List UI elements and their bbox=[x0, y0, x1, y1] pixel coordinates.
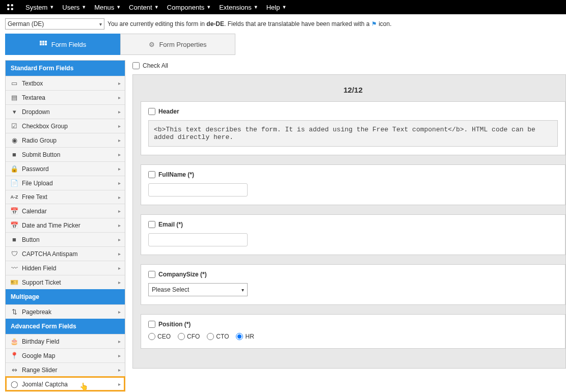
form-canvas: 12/12 Header <b>This text describes the … bbox=[132, 74, 566, 369]
chevron-right-icon: ▸ bbox=[118, 166, 121, 172]
joomla-logo-icon bbox=[5, 2, 15, 12]
menu-system[interactable]: System▼ bbox=[21, 4, 58, 11]
menu-users[interactable]: Users▼ bbox=[58, 4, 90, 11]
freetext-content: <b>This text describes the form. It is a… bbox=[148, 120, 558, 147]
sidebar-item-captcha[interactable]: 🛡CAPTCHA Antispam▸ bbox=[6, 246, 125, 261]
chevron-right-icon: ▸ bbox=[118, 339, 121, 344]
field-block-companysize[interactable]: CompanySize (*) Please Select ▾ bbox=[141, 264, 565, 305]
chevron-right-icon: ▸ bbox=[118, 123, 121, 129]
sidebar-item-birthday[interactable]: 🎂Birthday Field▸ bbox=[6, 334, 125, 348]
chevron-right-icon: ▸ bbox=[118, 180, 121, 186]
sidebar-item-button[interactable]: ■Button▸ bbox=[6, 232, 125, 246]
calendar-icon: 📅 bbox=[10, 207, 19, 215]
gear-icon: ⚙ bbox=[149, 41, 155, 48]
menu-help[interactable]: Help▼ bbox=[262, 4, 291, 11]
check-all-checkbox[interactable] bbox=[132, 62, 140, 69]
chevron-right-icon: ▸ bbox=[118, 109, 121, 115]
sidebar-header-advanced: Advanced Form Fields bbox=[6, 319, 125, 334]
svg-rect-6 bbox=[45, 41, 47, 43]
sidebar-item-pagebreak[interactable]: ⇅Pagebreak▸ bbox=[6, 304, 125, 319]
chevron-right-icon: ▸ bbox=[118, 137, 121, 143]
sidebar-item-password[interactable]: 🔒Password▸ bbox=[6, 161, 125, 176]
captcha-icon: ◯ bbox=[10, 380, 19, 388]
position-option-cfo[interactable]: CFO bbox=[178, 333, 200, 340]
language-selected-label: German (DE) bbox=[8, 20, 44, 27]
form-canvas-area: Check All 12/12 Header <b>This text desc… bbox=[132, 60, 566, 391]
sidebar-item-google-map[interactable]: 📍Google Map▸ bbox=[6, 348, 125, 362]
flag-icon: ⚑ bbox=[371, 20, 377, 27]
language-select[interactable]: German (DE) ▾ bbox=[5, 18, 104, 30]
sidebar-item-range-slider[interactable]: ⇔Range Slider▸ bbox=[6, 362, 125, 377]
button-icon: ■ bbox=[10, 151, 19, 158]
fields-sidebar: Standard Form Fields ▭Textbox▸ ▤Textarea… bbox=[5, 60, 125, 391]
chevron-right-icon: ▸ bbox=[118, 194, 121, 200]
sidebar-item-submit-button[interactable]: ■Submit Button▸ bbox=[6, 147, 125, 161]
language-row: German (DE) ▾ You are currently editing … bbox=[0, 14, 566, 34]
field-block-header[interactable]: Header <b>This text describes the form. … bbox=[141, 101, 565, 155]
field-label: Header bbox=[158, 108, 179, 115]
chevron-right-icon: ▸ bbox=[118, 367, 121, 373]
sidebar-item-file-upload[interactable]: 📄File Upload▸ bbox=[6, 176, 125, 190]
field-block-email[interactable]: Email (*) bbox=[141, 214, 565, 255]
chevron-right-icon: ▸ bbox=[118, 265, 121, 271]
chevron-right-icon: ▸ bbox=[118, 353, 121, 358]
sidebar-item-hidden-field[interactable]: 〰Hidden Field▸ bbox=[6, 261, 125, 275]
email-input[interactable] bbox=[148, 233, 248, 246]
freetext-icon: A-Z bbox=[10, 194, 19, 200]
position-option-hr[interactable]: HR bbox=[236, 333, 254, 340]
sidebar-item-datetime-picker[interactable]: 📅Date and Time Picker▸ bbox=[6, 218, 125, 232]
ticket-icon: 🎫 bbox=[10, 278, 19, 286]
sidebar-item-free-text[interactable]: A-ZFree Text▸ bbox=[6, 190, 125, 204]
birthday-icon: 🎂 bbox=[10, 338, 19, 345]
textarea-icon: ▤ bbox=[10, 94, 19, 101]
tab-form-properties[interactable]: ⚙ Form Properties bbox=[120, 34, 235, 55]
chevron-down-icon: ▼ bbox=[282, 5, 286, 10]
chevron-right-icon: ▸ bbox=[118, 80, 121, 86]
tab-form-properties-label: Form Properties bbox=[159, 41, 206, 48]
chevron-down-icon: ▼ bbox=[206, 5, 211, 10]
field-select-checkbox[interactable] bbox=[148, 321, 155, 328]
menu-menus[interactable]: Menus▼ bbox=[90, 4, 125, 11]
field-select-checkbox[interactable] bbox=[148, 271, 155, 278]
companysize-selected-label: Please Select bbox=[152, 286, 189, 293]
field-select-checkbox[interactable] bbox=[148, 108, 155, 115]
map-pin-icon: 📍 bbox=[10, 352, 19, 359]
check-all-row: Check All bbox=[132, 60, 566, 74]
shield-icon: 🛡 bbox=[10, 250, 19, 258]
svg-rect-9 bbox=[45, 43, 47, 45]
sidebar-header-multipage: Multipage bbox=[6, 289, 125, 304]
checkbox-icon: ☑ bbox=[10, 122, 19, 130]
field-block-fullname[interactable]: FullName (*) bbox=[141, 164, 565, 205]
position-option-ceo[interactable]: CEO bbox=[148, 333, 171, 340]
chevron-down-icon: ▼ bbox=[116, 5, 121, 10]
chevron-right-icon: ▸ bbox=[118, 381, 121, 387]
sidebar-item-textbox[interactable]: ▭Textbox▸ bbox=[6, 76, 125, 90]
menu-extensions[interactable]: Extensions▼ bbox=[215, 4, 262, 11]
field-select-checkbox[interactable] bbox=[148, 171, 155, 178]
sidebar-item-checkbox-group[interactable]: ☑Checkbox Group▸ bbox=[6, 119, 125, 133]
tab-form-fields-label: Form Fields bbox=[51, 41, 87, 48]
svg-point-2 bbox=[7, 8, 10, 11]
sidebar-item-support-ticket[interactable]: 🎫Support Ticket▸ bbox=[6, 275, 125, 289]
tab-form-fields[interactable]: Form Fields bbox=[5, 34, 120, 55]
cursor-pointer-icon: 👆 bbox=[79, 382, 88, 390]
chevron-right-icon: ▸ bbox=[118, 208, 121, 214]
fullname-input[interactable] bbox=[148, 183, 248, 197]
chevron-down-icon: ▼ bbox=[82, 5, 86, 10]
sidebar-item-joomla-captcha[interactable]: ◯ Joomla! Captcha 👆 ▸ bbox=[6, 377, 125, 391]
sidebar-item-textarea[interactable]: ▤Textarea▸ bbox=[6, 90, 125, 104]
sidebar-item-calendar[interactable]: 📅Calendar▸ bbox=[6, 204, 125, 218]
language-info-text: You are currently editing this form in d… bbox=[107, 20, 392, 27]
chevron-right-icon: ▸ bbox=[118, 237, 121, 242]
menu-content[interactable]: Content▼ bbox=[125, 4, 163, 11]
chevron-right-icon: ▸ bbox=[118, 152, 121, 157]
companysize-select[interactable]: Please Select ▾ bbox=[148, 283, 248, 296]
sidebar-item-dropdown[interactable]: ▾Dropdown▸ bbox=[6, 104, 125, 119]
field-select-checkbox[interactable] bbox=[148, 221, 155, 228]
hidden-icon: 〰 bbox=[10, 264, 19, 272]
sidebar-item-radio-group[interactable]: ◉Radio Group▸ bbox=[6, 133, 125, 147]
svg-rect-7 bbox=[40, 43, 42, 45]
field-block-position[interactable]: Position (*) CEO CFO CTO HR bbox=[141, 314, 565, 349]
menu-components[interactable]: Components▼ bbox=[163, 4, 215, 11]
position-option-cto[interactable]: CTO bbox=[207, 333, 229, 340]
